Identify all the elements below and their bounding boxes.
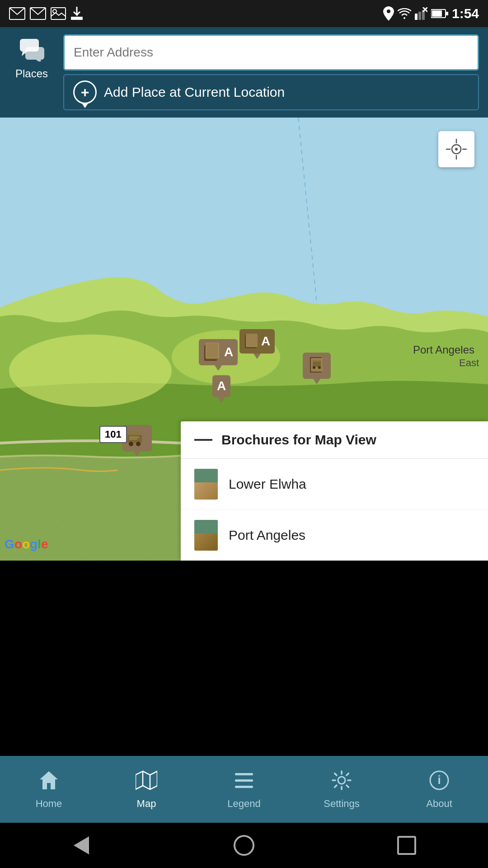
legend-icon xyxy=(233,769,255,794)
location-crosshair-icon xyxy=(446,139,467,160)
marker-letter-3: A xyxy=(217,379,226,393)
status-time: 1:54 xyxy=(452,6,479,21)
svg-rect-44 xyxy=(129,437,139,438)
add-place-button[interactable]: + Add Place at Current Location xyxy=(63,74,479,110)
brochures-panel: Brochures for Map View Lower Elwha Port … xyxy=(181,421,488,561)
marker-box-2: A xyxy=(239,329,275,354)
address-input[interactable] xyxy=(63,34,479,71)
svg-rect-43 xyxy=(127,430,142,435)
battery-icon xyxy=(431,9,448,19)
marker-box-4: A xyxy=(212,375,230,397)
svg-point-23 xyxy=(9,335,172,407)
android-home-button[interactable] xyxy=(230,832,258,859)
svg-marker-49 xyxy=(136,771,157,789)
email-alt-icon xyxy=(30,7,46,20)
svg-rect-52 xyxy=(235,773,253,775)
marker-box: A xyxy=(199,339,238,365)
map-marker-brochure[interactable] xyxy=(303,353,331,379)
svg-point-55 xyxy=(338,777,345,784)
brochures-dash-icon xyxy=(194,439,212,441)
svg-text:i: i xyxy=(437,773,441,787)
svg-point-41 xyxy=(318,366,321,369)
svg-rect-4 xyxy=(71,17,83,20)
android-back-button[interactable] xyxy=(68,832,95,859)
port-angeles-east-label: East xyxy=(459,357,479,369)
email-icon xyxy=(9,7,25,20)
svg-rect-33 xyxy=(206,343,219,358)
signal-blocked-icon xyxy=(415,7,427,20)
about-icon: i xyxy=(428,769,450,794)
back-arrow-icon xyxy=(74,836,89,854)
svg-rect-2 xyxy=(51,8,66,19)
svg-rect-6 xyxy=(415,14,418,20)
marker-letter-2: A xyxy=(261,334,270,349)
location-button[interactable] xyxy=(438,131,474,167)
svg-marker-17 xyxy=(36,60,42,61)
map-container[interactable]: A A A xyxy=(0,118,488,561)
brochure-name-lower-elwha: Lower Elwha xyxy=(229,476,306,492)
marker-letter: A xyxy=(224,345,233,359)
svg-marker-48 xyxy=(40,771,58,789)
map-marker-a2[interactable]: A xyxy=(239,329,275,354)
svg-rect-39 xyxy=(313,360,321,362)
nav-label-home: Home xyxy=(36,798,62,810)
svg-rect-35 xyxy=(246,334,258,347)
google-text: Google xyxy=(5,537,48,551)
svg-rect-38 xyxy=(313,361,321,367)
svg-point-26 xyxy=(455,148,458,151)
nav-label-map: Map xyxy=(137,798,156,810)
brochure-item-lower-elwha[interactable]: Lower Elwha xyxy=(181,459,488,510)
google-logo: Google xyxy=(5,537,48,552)
places-label: Places xyxy=(15,67,48,80)
nav-item-settings[interactable]: Settings xyxy=(305,769,378,810)
nav-label-about: About xyxy=(426,798,452,810)
nav-label-settings: Settings xyxy=(324,798,360,810)
svg-point-47 xyxy=(136,442,141,446)
nav-item-legend[interactable]: Legend xyxy=(208,769,280,810)
svg-rect-45 xyxy=(129,439,137,439)
svg-point-5 xyxy=(387,9,390,13)
svg-point-46 xyxy=(129,442,133,446)
status-bar-left-icons xyxy=(9,7,83,20)
svg-rect-12 xyxy=(432,10,442,17)
android-recents-icon xyxy=(397,836,416,855)
port-angeles-label: Port Angeles xyxy=(413,344,474,356)
location-icon xyxy=(383,6,394,21)
brochures-title: Brochures for Map View xyxy=(221,432,376,448)
places-button[interactable]: Places xyxy=(9,34,54,80)
home-icon xyxy=(38,769,60,794)
svg-rect-16 xyxy=(25,47,44,60)
brochure-item-port-angeles[interactable]: Port Angeles xyxy=(181,510,488,561)
top-bar: Places + Add Place at Current Location xyxy=(0,27,488,118)
image-icon xyxy=(51,7,66,20)
android-recents-button[interactable] xyxy=(393,832,420,859)
search-area: + Add Place at Current Location xyxy=(63,34,479,110)
wifi-icon xyxy=(398,8,411,19)
status-bar: 1:54 xyxy=(0,0,488,27)
places-icon xyxy=(18,38,45,65)
settings-icon xyxy=(331,769,352,794)
status-bar-right-icons: 1:54 xyxy=(383,6,479,21)
add-place-label: Add Place at Current Location xyxy=(104,85,285,100)
svg-rect-7 xyxy=(418,12,421,20)
android-home-icon xyxy=(234,835,254,856)
map-marker-a1[interactable]: A xyxy=(199,339,238,365)
download-icon xyxy=(70,7,83,20)
svg-rect-53 xyxy=(235,779,253,782)
highway-badge: 101 xyxy=(99,426,127,443)
nav-label-legend: Legend xyxy=(227,798,260,810)
nav-item-about[interactable]: i About xyxy=(403,769,475,810)
svg-rect-13 xyxy=(446,12,448,15)
brochure-name-port-angeles: Port Angeles xyxy=(229,528,305,543)
svg-rect-54 xyxy=(235,786,253,788)
bottom-nav: Home Map Legend S xyxy=(0,756,488,823)
android-nav-bar xyxy=(0,823,488,868)
add-place-pin-icon: + xyxy=(73,80,97,104)
map-icon xyxy=(136,769,157,794)
nav-item-map[interactable]: Map xyxy=(110,769,183,810)
brochures-header: Brochures for Map View xyxy=(181,421,488,459)
marker-box-3 xyxy=(303,353,331,379)
nav-item-home[interactable]: Home xyxy=(13,769,85,810)
map-marker-a3[interactable]: A xyxy=(212,375,230,397)
brochure-thumb-lower-elwha xyxy=(194,469,218,500)
